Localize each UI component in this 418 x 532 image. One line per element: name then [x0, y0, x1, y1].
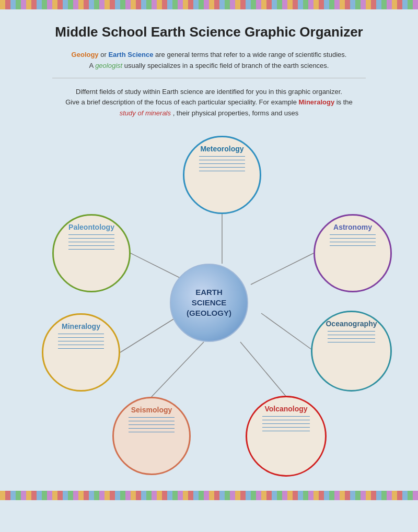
meteorology-title: Meteorology	[200, 145, 243, 153]
line	[58, 345, 104, 345]
svg-line-2	[251, 253, 314, 285]
geologist-label: geologist	[95, 62, 122, 69]
line	[262, 420, 310, 420]
desc-section: Differnt fields of study within Earth sc…	[21, 87, 397, 119]
seismology-title: Seismology	[131, 406, 172, 414]
svg-line-4	[261, 313, 314, 351]
line	[129, 424, 175, 425]
intro-a: A	[89, 62, 96, 69]
circle-mineralogy: Mineralogy	[42, 313, 120, 392]
desc-is-the: is the	[336, 98, 353, 106]
line	[58, 334, 104, 334]
line	[330, 234, 376, 235]
decorative-border-bottom	[0, 491, 418, 500]
desc-prefix: Give a brief description of the focus of…	[65, 98, 298, 106]
line	[129, 432, 175, 432]
line	[58, 341, 104, 341]
paleontology-title: Paleontology	[68, 223, 114, 231]
line	[68, 234, 114, 235]
center-line3: (GEOLOGY)	[187, 309, 231, 317]
circle-seismology: Seismology	[112, 397, 191, 475]
meteorology-lines	[194, 156, 250, 171]
line	[262, 427, 310, 428]
organizer-container: EARTH SCIENCE (GEOLOGY) Meteorology Pale…	[21, 125, 397, 480]
earth-science-label: Earth Science	[108, 51, 153, 58]
mineralogy-title: Mineralogy	[62, 322, 100, 330]
svg-line-6	[240, 342, 286, 397]
line	[58, 348, 104, 349]
intro-specialize: usually specializes in a specific field …	[124, 62, 329, 69]
line	[262, 431, 310, 431]
line	[328, 342, 376, 342]
circle-astronomy: Astronomy	[314, 214, 392, 292]
line	[328, 338, 376, 339]
line	[68, 238, 114, 239]
line	[129, 417, 175, 418]
center-line1: EARTH	[195, 288, 223, 297]
line	[328, 335, 376, 335]
volcanology-lines	[257, 416, 316, 431]
geology-label: Geology	[72, 51, 99, 58]
circle-paleontology: Paleontology	[52, 214, 131, 292]
intro-section: Geology or Earth Science are general ter…	[21, 50, 397, 72]
line	[330, 238, 376, 239]
center-text: EARTH SCIENCE (GEOLOGY)	[187, 287, 231, 319]
line	[262, 416, 310, 417]
line	[199, 163, 245, 164]
line	[262, 423, 310, 424]
center-line2: SCIENCE	[192, 298, 227, 307]
center-circle: EARTH SCIENCE (GEOLOGY)	[170, 264, 248, 342]
line	[129, 421, 175, 421]
page-title: Middle School Earth Science Graphic Orga…	[21, 24, 397, 40]
desc-rest: , their physical properties, forms and u…	[173, 109, 299, 117]
line	[199, 171, 245, 171]
line	[58, 337, 104, 338]
svg-line-5	[152, 342, 204, 397]
line	[330, 242, 376, 242]
decorative-border-top	[0, 0, 418, 9]
mineralogy-lines	[53, 334, 109, 349]
oceanography-lines	[322, 331, 381, 342]
line	[328, 331, 376, 332]
circle-meteorology: Meteorology	[183, 136, 261, 214]
line	[199, 156, 245, 157]
desc-line1: Differnt fields of study within Earth sc…	[21, 87, 397, 98]
intro-or: or	[100, 51, 108, 58]
paleontology-lines	[63, 234, 120, 250]
line	[68, 245, 114, 246]
volcanology-title: Volcanology	[264, 405, 307, 413]
intro-rest: are general terms that refer to a wide r…	[155, 51, 346, 58]
astronomy-title: Astronomy	[333, 223, 372, 231]
mineralogy-example-label: Mineralogy	[298, 98, 334, 106]
circle-oceanography: Oceanography	[311, 311, 392, 392]
line	[199, 160, 245, 160]
line	[68, 242, 114, 242]
line	[199, 167, 245, 168]
circle-volcanology: Volcanology	[246, 396, 327, 477]
study-of-minerals: study of minerals	[120, 109, 171, 117]
line	[129, 428, 175, 429]
line	[68, 249, 114, 250]
line	[330, 245, 376, 246]
seismology-lines	[123, 417, 180, 432]
oceanography-title: Oceanography	[326, 320, 377, 328]
astronomy-lines	[324, 234, 381, 246]
divider-1	[52, 78, 366, 78]
